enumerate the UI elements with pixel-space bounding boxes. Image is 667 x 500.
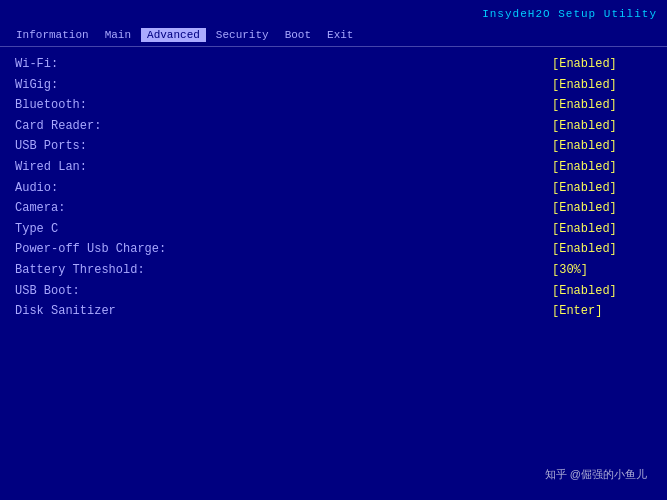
nav-rule <box>0 46 667 47</box>
setting-value: [30%] <box>552 261 652 280</box>
settings-row[interactable]: USB Ports:[Enabled] <box>15 137 652 156</box>
settings-row[interactable]: Bluetooth:[Enabled] <box>15 96 652 115</box>
setting-value: [Enabled] <box>552 76 652 95</box>
settings-content: Wi-Fi:[Enabled]WiGig:[Enabled]Bluetooth:… <box>15 55 652 323</box>
setting-label: Battery Threshold: <box>15 261 215 280</box>
settings-row[interactable]: Card Reader:[Enabled] <box>15 117 652 136</box>
watermark: 知乎 @倔强的小鱼儿 <box>545 467 647 482</box>
setting-value: [Enabled] <box>552 199 652 218</box>
setting-value: [Enabled] <box>552 179 652 198</box>
settings-row[interactable]: Wi-Fi:[Enabled] <box>15 55 652 74</box>
setting-value: [Enabled] <box>552 55 652 74</box>
nav-item-security[interactable]: Security <box>210 28 275 42</box>
settings-row[interactable]: Power-off Usb Charge:[Enabled] <box>15 240 652 259</box>
setting-label: USB Ports: <box>15 137 215 156</box>
setting-value: [Enabled] <box>552 137 652 156</box>
setting-label: Camera: <box>15 199 215 218</box>
settings-row[interactable]: Camera:[Enabled] <box>15 199 652 218</box>
setting-value: [Enabled] <box>552 240 652 259</box>
nav-item-advanced[interactable]: Advanced <box>141 28 206 42</box>
setting-value: [Enabled] <box>552 158 652 177</box>
setting-label: Bluetooth: <box>15 96 215 115</box>
nav-item-information[interactable]: Information <box>10 28 95 42</box>
settings-row[interactable]: USB Boot:[Enabled] <box>15 282 652 301</box>
setting-label: Wi-Fi: <box>15 55 215 74</box>
settings-row[interactable]: Audio:[Enabled] <box>15 179 652 198</box>
setting-label: USB Boot: <box>15 282 215 301</box>
setting-label: Card Reader: <box>15 117 215 136</box>
bios-title: InsydeH2O Setup Utility <box>482 8 657 20</box>
nav-item-boot[interactable]: Boot <box>279 28 317 42</box>
bios-screen: InsydeH2O Setup Utility InformationMainA… <box>0 0 667 500</box>
setting-value: [Enabled] <box>552 282 652 301</box>
setting-label: Type C <box>15 220 215 239</box>
settings-row[interactable]: Type C[Enabled] <box>15 220 652 239</box>
setting-label: Audio: <box>15 179 215 198</box>
nav-bar: InformationMainAdvancedSecurityBootExit <box>10 28 657 42</box>
setting-value: [Enabled] <box>552 117 652 136</box>
setting-value: [Enabled] <box>552 220 652 239</box>
setting-value: [Enabled] <box>552 96 652 115</box>
settings-row[interactable]: Disk Sanitizer[Enter] <box>15 302 652 321</box>
setting-value: [Enter] <box>552 302 652 321</box>
settings-row[interactable]: WiGig:[Enabled] <box>15 76 652 95</box>
setting-label: Wired Lan: <box>15 158 215 177</box>
setting-label: WiGig: <box>15 76 215 95</box>
settings-row[interactable]: Wired Lan:[Enabled] <box>15 158 652 177</box>
settings-row[interactable]: Battery Threshold:[30%] <box>15 261 652 280</box>
setting-label: Disk Sanitizer <box>15 302 215 321</box>
setting-label: Power-off Usb Charge: <box>15 240 215 259</box>
nav-item-exit[interactable]: Exit <box>321 28 359 42</box>
nav-item-main[interactable]: Main <box>99 28 137 42</box>
